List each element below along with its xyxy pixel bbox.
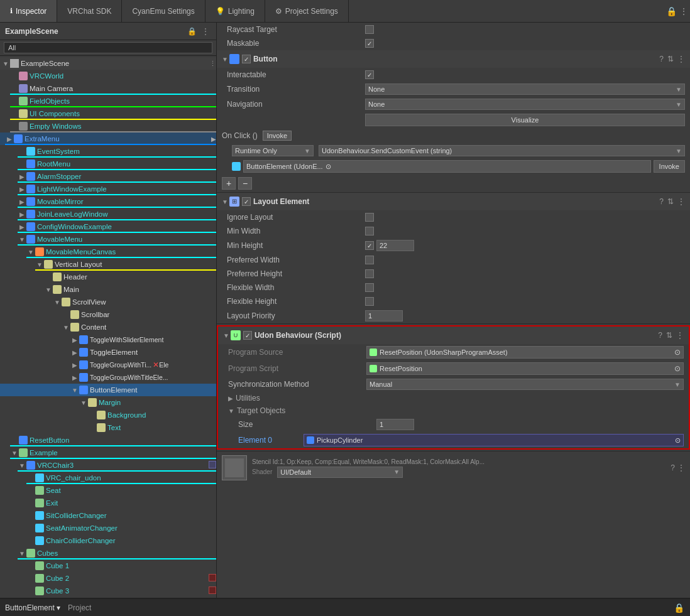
tree-background[interactable]: Background [0,409,216,421]
tree-eventsystem[interactable]: EventSystem [0,145,216,158]
tree-fieldobjects[interactable]: FieldObjects [0,95,216,107]
udon-settings-icon[interactable]: ⇅ [666,331,672,340]
layout-priority-input[interactable] [365,310,403,322]
tree-vrcworld[interactable]: VRCWorld [0,70,216,82]
tree-cube1[interactable]: Cube 1 [0,559,216,572]
tree-resetbutton[interactable]: ResetButton [0,434,216,446]
visualize-button[interactable]: Visualize [365,114,685,126]
project-tab-label[interactable]: Project [68,603,91,612]
tree-extramenu[interactable]: ▶ ExtraMenu ▶ [0,132,216,145]
tree-movablemirror[interactable]: ▶ MovableMirror [0,195,216,208]
button-element-tab-label[interactable]: ButtonElement ▾ [5,603,60,612]
size-input[interactable] [376,419,414,430]
extramenu-expand[interactable]: ▶ [211,136,216,143]
layout-section-header[interactable]: ▼ ⊞ Layout Element ? ⇅ ⋮ [217,193,690,210]
tree-scrollview[interactable]: ▼ ScrollView [0,296,216,308]
tree-uicomponents[interactable]: UI Components [0,107,216,120]
tree-header[interactable]: Header [0,271,216,283]
button-enabled-checkbox[interactable] [242,55,251,63]
flexible-width-checkbox[interactable] [365,283,374,292]
tree-alarmstopper[interactable]: ▶ AlarmStopper [0,170,216,183]
tree-text[interactable]: Text [0,421,216,434]
scene-item[interactable]: ▼ ExampleScene ⋮ [0,57,216,70]
ignore-layout-checkbox[interactable] [365,213,374,222]
tab-lighting[interactable]: 💡 Lighting [205,0,265,22]
tree-margin[interactable]: ▼ Margin [0,396,216,409]
button-menu-icon[interactable]: ⋮ [677,55,685,63]
tree-exit[interactable]: Exit [0,497,216,509]
tree-chaircollider[interactable]: ChairColliderChanger [0,534,216,547]
tree-toggleslider[interactable]: ▶ ToggleWithSliderElement [0,333,216,346]
tree-configwindow[interactable]: ▶ ConfigWindowExample [0,220,216,233]
event-dropdown[interactable]: UdonBehaviour.SendCustomEvent (string) ▼ [319,145,685,156]
hierarchy-menu-icon[interactable]: ⋮ [200,27,211,36]
tab-vrchat-sdk[interactable]: VRChat SDK [57,0,122,22]
tree-togglegroup2[interactable]: ▶ ToggleGroupWithTitleEle... [0,371,216,384]
tree-cube2[interactable]: Cube 2 [0,572,216,585]
scene-menu[interactable]: ⋮ [209,60,216,68]
stencil-menu-icon[interactable]: ⋮ [677,463,685,472]
program-source-target[interactable]: ⊙ [674,348,681,357]
tree-toggle[interactable]: ▶ ToggleElement [0,346,216,359]
element0-target[interactable]: ⊙ [675,436,681,445]
tree-example[interactable]: ▼ Example [0,446,216,459]
tree-cubes[interactable]: ▼ Cubes [0,547,216,559]
tree-cube3[interactable]: Cube 3 [0,585,216,597]
min-width-checkbox[interactable] [365,227,374,235]
invoke-button[interactable]: Invoke [263,131,292,141]
raycast-target-checkbox[interactable] [365,25,374,34]
min-height-checkbox[interactable] [365,241,374,250]
element-input[interactable]: ButtonElement (UdonE... ⊙ [243,160,651,173]
udon-enabled-checkbox[interactable] [243,331,252,340]
remove-button[interactable]: − [238,177,252,190]
udon-collapse-arrow[interactable]: ▼ [223,332,229,339]
flexible-height-checkbox[interactable] [365,297,374,306]
target-objects-arrow[interactable]: ▼ [228,408,234,414]
tree-scrollbar[interactable]: Scrollbar [0,308,216,321]
menu-icon[interactable]: ⋮ [677,0,690,22]
tree-movablemenucanvas[interactable]: ▼ MovableMenuCanvas [0,246,216,258]
runtime-dropdown[interactable]: Runtime Only ▼ [232,145,314,156]
layout-menu-icon[interactable]: ⋮ [677,197,685,206]
tab-inspector[interactable]: ℹ Inspector [0,0,57,22]
hierarchy-lock-icon[interactable]: 🔒 [186,27,197,36]
tree-vrcchairudon[interactable]: VRC_chair_udon [0,472,216,484]
search-input[interactable] [4,42,212,53]
udon-menu-icon[interactable]: ⋮ [676,331,684,340]
transition-dropdown[interactable]: None ▼ [365,84,685,95]
tree-joinleave[interactable]: ▶ JoinLeaveLogWindow [0,208,216,220]
min-height-input[interactable] [376,240,414,251]
tree-vrcchair3[interactable]: ▼ VRCChair3 [0,459,216,472]
tree-togglegroup1[interactable]: ▶ ToggleGroupWithTi... ✕ Ele [0,359,216,371]
preferred-height-checkbox[interactable] [365,269,374,278]
layout-collapse-arrow[interactable]: ▼ [222,198,228,205]
tree-movablemenu[interactable]: ▼ MovableMenu [0,233,216,246]
tree-main[interactable]: ▼ Main [0,283,216,296]
tree-emptywindows[interactable]: Empty Windows [0,120,216,132]
button-section-header[interactable]: ▼ Button ? ⇅ ⋮ [217,50,690,68]
udon-help-icon[interactable]: ? [658,331,662,340]
tree-rootmenu[interactable]: RootMenu [0,158,216,170]
tree-content[interactable]: ▼ Content [0,321,216,333]
button-help-icon[interactable]: ? [659,55,664,63]
udon-section-header[interactable]: ▼ U Udon Behaviour (Script) ? ⇅ ⋮ [218,327,689,344]
interactable-checkbox[interactable] [365,70,374,79]
tree-seat[interactable]: Seat [0,484,216,497]
program-script-target[interactable]: ⊙ [674,364,681,373]
lock-icon[interactable]: 🔒 [665,0,677,22]
add-button[interactable]: + [222,177,236,190]
sync-method-dropdown[interactable]: Manual ▼ [366,379,684,390]
tree-verticallayout[interactable]: ▼ Vertical Layout [0,258,216,271]
tree-sitcollider[interactable]: SitColliderChanger [0,509,216,522]
tree-seatanimator[interactable]: SeatAnimatorChanger [0,522,216,534]
tab-project-settings[interactable]: ⚙ Project Settings [265,0,349,22]
tab-cyanemu[interactable]: CyanEmu Settings [122,0,205,22]
button-collapse-arrow[interactable]: ▼ [222,56,228,63]
maskable-checkbox[interactable] [365,39,374,48]
tree-lightwindow[interactable]: ▶ LightWindowExample [0,183,216,195]
button-settings-icon[interactable]: ⇅ [667,55,674,63]
tree-spheres[interactable]: Spheres [0,597,216,598]
tree-maincamera[interactable]: Main Camera [0,82,216,95]
navigation-dropdown[interactable]: None ▼ [365,99,685,110]
preferred-width-checkbox[interactable] [365,256,374,264]
